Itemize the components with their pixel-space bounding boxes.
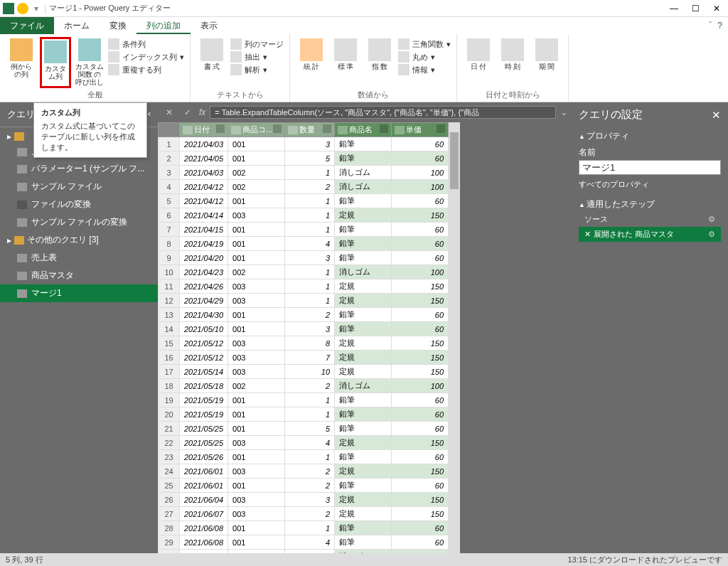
tab-file[interactable]: ファイル: [0, 17, 54, 34]
table-row[interactable]: 222021/05/250034定規150: [159, 436, 449, 450]
table-row[interactable]: 142021/05/100013鉛筆60: [159, 322, 449, 336]
standard-button[interactable]: 標 準: [330, 37, 361, 88]
table-row[interactable]: 52021/04/120011鉛筆60: [159, 194, 449, 208]
table-row[interactable]: 32021/04/030021消しゴム100: [159, 166, 449, 180]
query-name-input[interactable]: [579, 160, 721, 175]
formula-expand-icon[interactable]: ⌄: [560, 107, 567, 117]
table-row[interactable]: 282021/06/080011鉛筆60: [159, 521, 449, 535]
format-button[interactable]: 書 式: [196, 37, 228, 88]
table-row[interactable]: 42021/04/120022消しゴム100: [159, 180, 449, 194]
query-item[interactable]: サンプル ファイルの変換: [0, 213, 158, 231]
query-item[interactable]: パラメーター1 (サンプル フ...: [0, 160, 158, 178]
group-general-label: 全般: [6, 88, 184, 100]
merge-columns-button[interactable]: 列のマージ: [230, 38, 284, 50]
table-row[interactable]: 302021/06/110021消しゴム100: [159, 550, 449, 554]
group-datetime-label: 日付と時刻から: [463, 88, 562, 100]
duration-button[interactable]: 期 間: [531, 37, 562, 88]
table-row[interactable]: 82021/04/190014鉛筆60: [159, 237, 449, 251]
col-product-code[interactable]: 商品コ...: [228, 123, 285, 137]
tab-view[interactable]: 表示: [191, 17, 228, 34]
close-button[interactable]: ✕: [712, 4, 721, 14]
table-row[interactable]: 232021/05/260011鉛筆60: [159, 450, 449, 464]
status-right: 13:15 にダウンロードされたプレビューです: [567, 555, 722, 565]
table-row[interactable]: 292021/06/080014鉛筆60: [159, 535, 449, 550]
table-row[interactable]: 162021/05/120037定規150: [159, 351, 449, 365]
fx-icon: fx: [199, 107, 205, 117]
applied-step[interactable]: ✕ 展開された 商品マスタ⚙: [579, 227, 721, 242]
table-row[interactable]: 132021/04/300012鉛筆60: [159, 308, 449, 322]
grid-scrollbar[interactable]: [449, 122, 460, 553]
tab-home[interactable]: ホーム: [54, 17, 100, 34]
query-settings-title: クエリの設定: [579, 108, 643, 122]
formula-cancel-icon[interactable]: ✕: [162, 105, 176, 119]
table-row[interactable]: 102021/04/230021消しゴム100: [159, 265, 449, 279]
statistics-button[interactable]: 統 計: [296, 37, 327, 88]
smiley-icon: [17, 3, 28, 14]
table-row[interactable]: 12021/04/030013鉛筆60: [159, 137, 449, 151]
query-settings-close-icon[interactable]: ✕: [712, 109, 721, 122]
minimize-button[interactable]: —: [670, 4, 678, 14]
queries-collapse-icon[interactable]: ‹: [148, 108, 151, 121]
help-icon[interactable]: ?: [717, 21, 722, 31]
custom-column-button[interactable]: カスタ ム列: [40, 37, 71, 88]
group-number-label: 数値から: [296, 88, 451, 100]
tab-transform[interactable]: 変換: [100, 17, 136, 34]
query-item[interactable]: ファイルの変換: [0, 196, 158, 213]
column-from-examples-button[interactable]: 例から の列: [6, 37, 37, 88]
table-row[interactable]: 62021/04/140031定規150: [159, 208, 449, 223]
applied-steps-header[interactable]: 適用したステップ: [579, 197, 721, 212]
query-item[interactable]: マージ1: [0, 284, 158, 302]
query-item[interactable]: 売上表: [0, 249, 158, 267]
qat-dropdown[interactable]: ▾: [34, 4, 38, 14]
excel-icon: [3, 3, 14, 14]
parse-button[interactable]: 解析 ▾: [230, 64, 284, 75]
table-row[interactable]: 242021/06/010032定規150: [159, 464, 449, 479]
folder-other-queries[interactable]: ▸ その他のクエリ [3]: [0, 231, 158, 249]
query-item[interactable]: 商品マスタ: [0, 267, 158, 284]
trigonometry-button[interactable]: 三角関数 ▾: [398, 38, 451, 50]
col-product-name[interactable]: 商品名: [335, 123, 392, 137]
table-row[interactable]: 212021/05/250015鉛筆60: [159, 422, 449, 436]
formula-accept-icon[interactable]: ✓: [181, 105, 195, 119]
table-row[interactable]: 262021/06/040033定規150: [159, 493, 449, 507]
queries-pane-title: クエリ: [7, 108, 35, 121]
col-date[interactable]: 日付: [180, 123, 228, 137]
table-row[interactable]: 192021/05/190011鉛筆60: [159, 393, 449, 407]
table-row[interactable]: 72021/04/150011鉛筆60: [159, 223, 449, 237]
invoke-custom-function-button[interactable]: カスタム関数 の呼び出し: [74, 37, 105, 88]
gear-icon[interactable]: ⚙: [708, 215, 715, 224]
applied-step[interactable]: ソース⚙: [579, 212, 721, 227]
table-row[interactable]: 122021/04/290031定規150: [159, 294, 449, 308]
extract-button[interactable]: 抽出 ▾: [230, 51, 284, 63]
maximize-button[interactable]: ☐: [691, 4, 700, 14]
table-row[interactable]: 112021/04/260031定規150: [159, 279, 449, 294]
table-row[interactable]: 272021/06/070032定規150: [159, 507, 449, 521]
col-unit-price[interactable]: 単価: [392, 123, 449, 137]
formula-bar[interactable]: [210, 106, 556, 119]
custom-column-tooltip: カスタム列 カスタム式に基づいてこのテーブルに新しい列を作成します。: [33, 102, 147, 158]
table-row[interactable]: 252021/06/010012鉛筆60: [159, 479, 449, 493]
table-row[interactable]: 182021/05/180022消しゴム100: [159, 379, 449, 393]
properties-header[interactable]: プロパティ: [579, 129, 721, 144]
gear-icon[interactable]: ⚙: [708, 230, 715, 239]
duplicate-column-button[interactable]: 重複する列: [108, 64, 184, 75]
conditional-column-button[interactable]: 条件列: [108, 38, 184, 50]
time-button[interactable]: 時 刻: [497, 37, 528, 88]
col-quantity[interactable]: 数量: [285, 123, 335, 137]
tab-add-column[interactable]: 列の追加: [136, 17, 191, 34]
table-corner[interactable]: [159, 123, 180, 137]
information-button[interactable]: 情報 ▾: [398, 64, 451, 75]
scientific-button[interactable]: 指 数: [364, 37, 395, 88]
table-row[interactable]: 172021/05/1400310定規150: [159, 365, 449, 379]
window-title: マージ1 - Power Query エディター: [49, 3, 171, 14]
date-button[interactable]: 日 付: [463, 37, 494, 88]
table-row[interactable]: 202021/05/190011鉛筆60: [159, 407, 449, 422]
table-row[interactable]: 92021/04/200013鉛筆60: [159, 251, 449, 265]
query-item[interactable]: サンプル ファイル: [0, 178, 158, 196]
ribbon-collapse-icon[interactable]: ˆ: [709, 21, 712, 31]
all-properties-link[interactable]: すべてのプロパティ: [579, 179, 721, 190]
table-row[interactable]: 152021/05/120038定規150: [159, 336, 449, 351]
index-column-button[interactable]: インデックス列 ▾: [108, 51, 184, 63]
table-row[interactable]: 22021/04/050015鉛筆60: [159, 151, 449, 166]
rounding-button[interactable]: 丸め ▾: [398, 51, 451, 63]
